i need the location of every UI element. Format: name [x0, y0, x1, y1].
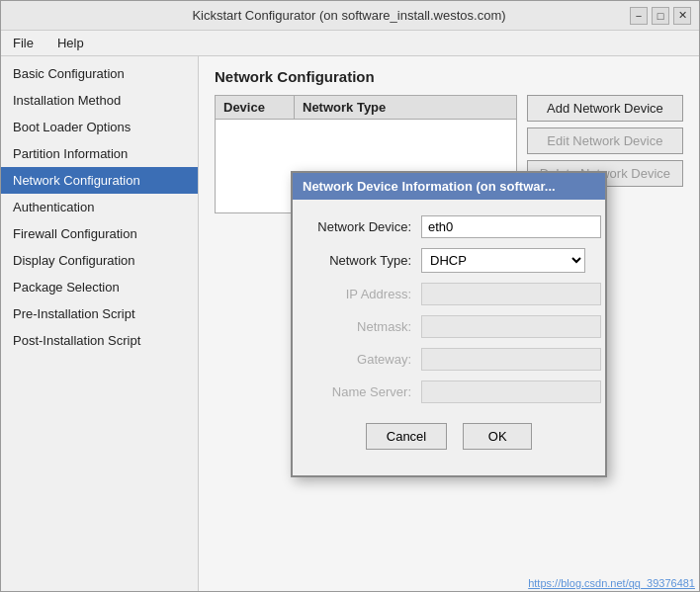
- sidebar-item-installation-method[interactable]: Installation Method: [1, 87, 198, 114]
- sidebar-item-basic-configuration[interactable]: Basic Configuration: [1, 60, 198, 87]
- network-device-row: Network Device:: [312, 215, 585, 238]
- network-type-row: Network Type: DHCP Static BOOTP: [312, 248, 585, 273]
- network-type-label: Network Type:: [312, 253, 421, 268]
- menu-file[interactable]: File: [5, 34, 42, 52]
- ok-button[interactable]: OK: [463, 423, 532, 450]
- name-server-row: Name Server:: [312, 381, 585, 403]
- netmask-input[interactable]: [421, 315, 601, 338]
- name-server-label: Name Server:: [312, 384, 421, 399]
- menu-help[interactable]: Help: [49, 34, 92, 52]
- dialog-title-bar: Network Device Information (on softwar..…: [293, 173, 605, 200]
- ip-address-label: IP Address:: [312, 287, 421, 301]
- network-device-label: Network Device:: [312, 219, 421, 234]
- minimize-button[interactable]: −: [630, 7, 648, 25]
- network-type-select[interactable]: DHCP Static BOOTP: [421, 248, 585, 273]
- sidebar-item-pre-installation-script[interactable]: Pre-Installation Script: [1, 300, 198, 327]
- sidebar-item-boot-loader-options[interactable]: Boot Loader Options: [1, 114, 198, 140]
- maximize-button[interactable]: □: [652, 7, 669, 25]
- network-device-input[interactable]: [421, 215, 601, 238]
- menu-bar: File Help: [1, 31, 699, 56]
- window-controls: − □ ✕: [630, 7, 691, 25]
- dialog-buttons: Cancel OK: [312, 413, 585, 464]
- gateway-row: Gateway:: [312, 348, 585, 371]
- content-area: Network Configuration Device Network Typ…: [199, 56, 699, 591]
- sidebar-item-post-installation-script[interactable]: Post-Installation Script: [1, 327, 198, 354]
- main-content: Basic Configuration Installation Method …: [1, 56, 699, 591]
- sidebar-item-network-configuration[interactable]: Network Configuration: [1, 167, 198, 194]
- gateway-input[interactable]: [421, 348, 601, 371]
- sidebar-item-display-configuration[interactable]: Display Configuration: [1, 247, 198, 274]
- netmask-label: Netmask:: [312, 319, 421, 334]
- dialog-overlay: Network Device Information (on softwar..…: [199, 56, 699, 591]
- window-title: Kickstart Configurator (on software_inst…: [68, 8, 630, 23]
- cancel-button[interactable]: Cancel: [366, 423, 447, 450]
- sidebar: Basic Configuration Installation Method …: [1, 56, 199, 591]
- watermark: https://blog.csdn.net/qq_39376481: [528, 577, 695, 589]
- title-bar: Kickstart Configurator (on software_inst…: [1, 1, 699, 31]
- name-server-input[interactable]: [421, 381, 601, 403]
- dialog-body: Network Device: Network Type: DHCP Stati…: [293, 200, 605, 475]
- sidebar-item-package-selection[interactable]: Package Selection: [1, 274, 198, 300]
- close-button[interactable]: ✕: [673, 7, 691, 25]
- sidebar-item-authentication[interactable]: Authentication: [1, 194, 198, 220]
- gateway-label: Gateway:: [312, 352, 421, 367]
- ip-address-row: IP Address:: [312, 283, 585, 305]
- network-device-dialog: Network Device Information (on softwar..…: [291, 171, 607, 477]
- ip-address-input[interactable]: [421, 283, 601, 305]
- sidebar-item-firewall-configuration[interactable]: Firewall Configuration: [1, 220, 198, 247]
- main-window: Kickstart Configurator (on software_inst…: [0, 0, 700, 592]
- sidebar-item-partition-information[interactable]: Partition Information: [1, 140, 198, 167]
- netmask-row: Netmask:: [312, 315, 585, 338]
